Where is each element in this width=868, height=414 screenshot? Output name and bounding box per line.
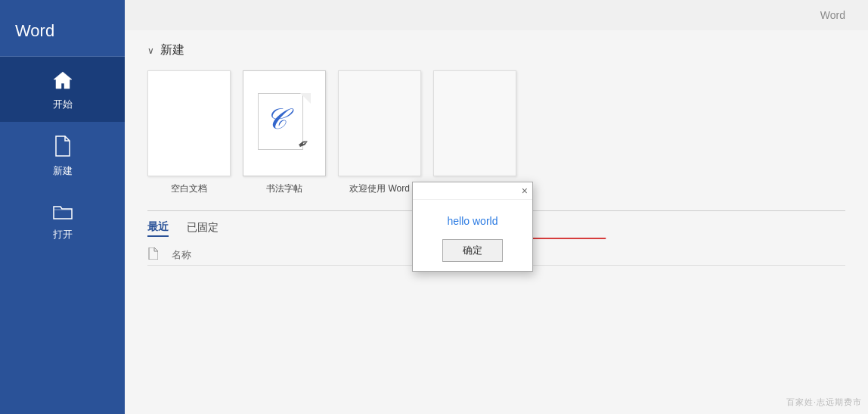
- template-blank[interactable]: 空白文档: [147, 70, 231, 195]
- dialog-close-button[interactable]: ×: [522, 185, 528, 196]
- new-label: 新建: [53, 164, 73, 178]
- content-area: ∨ 新建 空白文档 𝒞 ✒ 书法字帖: [125, 30, 868, 414]
- sidebar: Word 开始 新建: [0, 0, 125, 414]
- main-area: Word ∨ 新建 空白文档 𝒞 ✒: [125, 0, 868, 414]
- home-label: 开始: [53, 98, 73, 111]
- template-welcome-label: 欢迎使用 Word: [349, 182, 410, 195]
- dialog-message: hello world: [448, 215, 498, 227]
- collapse-icon[interactable]: ∨: [147, 45, 154, 56]
- template-blank-label: 空白文档: [171, 182, 207, 195]
- new-doc-icon: [54, 135, 72, 160]
- sidebar-item-home[interactable]: 开始: [0, 57, 125, 122]
- topbar: Word: [125, 0, 868, 30]
- tab-recent[interactable]: 最近: [147, 220, 169, 237]
- template-calligraphy[interactable]: 𝒞 ✒ 书法字帖: [243, 70, 326, 195]
- app-title: Word: [0, 0, 125, 57]
- tab-pinned[interactable]: 已固定: [187, 221, 219, 236]
- dialog-body: hello world 确定: [413, 200, 532, 271]
- sidebar-item-new[interactable]: 新建: [0, 122, 125, 188]
- dialog-ok-button[interactable]: 确定: [442, 239, 503, 262]
- template-welcome[interactable]: 欢迎使用 Word: [338, 70, 421, 195]
- templates-grid: 空白文档 𝒞 ✒ 书法字帖 欢迎使用 Word: [147, 70, 845, 195]
- open-folder-icon: [52, 202, 73, 223]
- watermark: 百家姓·志远期费市: [786, 397, 862, 408]
- template-single-space[interactable]: 单空格（空白）: [433, 70, 516, 195]
- dialog-header: ×: [413, 182, 532, 200]
- open-label: 打开: [53, 228, 73, 241]
- template-calligraphy-label: 书法字帖: [266, 182, 302, 195]
- calligraphy-icon: 𝒞 ✒: [258, 93, 311, 154]
- template-blank-thumb: [147, 70, 231, 176]
- template-welcome-thumb: [338, 70, 421, 176]
- topbar-app-name: Word: [820, 9, 845, 21]
- new-section-header: ∨ 新建: [147, 42, 845, 58]
- sidebar-nav: 开始 新建 打开: [0, 57, 125, 252]
- template-single-space-thumb: [433, 70, 516, 176]
- section-title: 新建: [160, 42, 184, 58]
- template-calligraphy-thumb: 𝒞 ✒: [243, 70, 326, 176]
- home-icon: [52, 70, 73, 93]
- sidebar-item-open[interactable]: 打开: [0, 188, 125, 252]
- file-icon-header: [147, 247, 158, 262]
- dialog-box: × hello world 确定: [412, 182, 533, 272]
- files-name-header: 名称: [172, 248, 191, 262]
